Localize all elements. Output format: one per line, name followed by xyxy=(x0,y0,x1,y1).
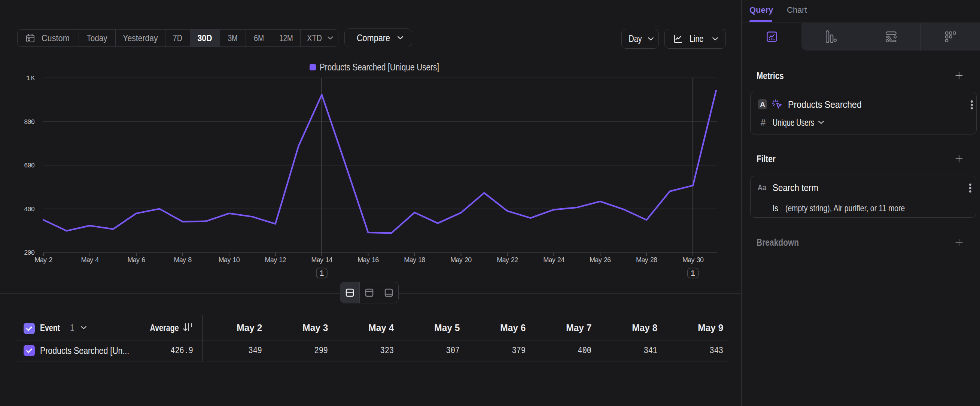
svg-text:1: 1 xyxy=(320,269,324,277)
svg-text:May 22: May 22 xyxy=(497,256,518,264)
svg-text:May 26: May 26 xyxy=(590,256,611,264)
svg-text:May 4: May 4 xyxy=(81,256,99,264)
svg-text:May 18: May 18 xyxy=(404,256,425,264)
svg-text:May 10: May 10 xyxy=(219,256,240,264)
svg-text:May 12: May 12 xyxy=(265,256,286,264)
svg-text:400: 400 xyxy=(24,205,35,213)
svg-text:May 20: May 20 xyxy=(450,256,472,264)
svg-text:May 24: May 24 xyxy=(543,256,565,264)
svg-text:May 16: May 16 xyxy=(358,256,379,264)
svg-text:May 28: May 28 xyxy=(636,256,657,264)
svg-text:May 30: May 30 xyxy=(682,256,704,264)
svg-text:May 2: May 2 xyxy=(35,256,52,264)
svg-text:May 14: May 14 xyxy=(311,256,332,264)
svg-text:200: 200 xyxy=(24,249,35,256)
svg-text:1K: 1K xyxy=(26,75,35,82)
svg-text:600: 600 xyxy=(24,162,35,169)
svg-text:May 6: May 6 xyxy=(127,256,145,264)
svg-text:1: 1 xyxy=(690,269,695,277)
svg-text:800: 800 xyxy=(24,118,35,126)
svg-text:May 8: May 8 xyxy=(174,256,192,264)
